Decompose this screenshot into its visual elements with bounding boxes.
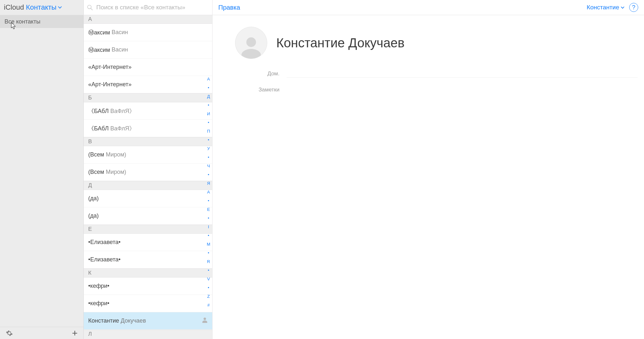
alpha-index-item[interactable]: И bbox=[207, 111, 210, 117]
contact-last: Миром) bbox=[106, 169, 126, 175]
alpha-index-item[interactable]: Я bbox=[207, 181, 210, 186]
contact-first: Константие bbox=[88, 317, 119, 324]
section-header: В bbox=[84, 137, 212, 146]
detail-field: Заметки bbox=[235, 87, 638, 94]
contact-first: «Арт-Интернет» bbox=[88, 81, 131, 88]
contact-first: (да) bbox=[88, 195, 99, 202]
alpha-index-item[interactable]: А bbox=[207, 76, 210, 82]
contact-row[interactable]: •Елизавета• bbox=[84, 251, 212, 268]
search-field[interactable]: Поиск в списке «Все контакты» bbox=[84, 0, 213, 15]
chevron-down-icon bbox=[620, 5, 625, 10]
contact-row[interactable]: КонстантиеДокучаев bbox=[84, 312, 212, 330]
brand-area: iCloud Контакты bbox=[0, 0, 84, 15]
alpha-index-item[interactable]: E bbox=[207, 207, 210, 212]
contact-list[interactable]: АⓂаксимВасинⓂаксимВасин«Арт-Интернет»«Ар… bbox=[84, 15, 212, 339]
contact-first: Ⓜаксим bbox=[88, 46, 110, 54]
alpha-index-item[interactable]: A bbox=[207, 189, 210, 195]
alpha-index-item[interactable]: V bbox=[207, 276, 210, 282]
app-switcher[interactable]: Контакты bbox=[26, 3, 62, 12]
contact-first: «Арт-Интернет» bbox=[88, 64, 131, 71]
contact-last: Миром) bbox=[106, 151, 126, 158]
contact-first: (да) bbox=[88, 212, 99, 219]
silhouette-icon bbox=[202, 317, 208, 325]
contact-first: 《БАбЛ bbox=[88, 125, 109, 132]
contact-row[interactable]: 《БАбЛВаФлЯ》 bbox=[84, 120, 212, 137]
contact-first: •Елизавета• bbox=[88, 256, 120, 263]
contact-row[interactable]: •кефри• bbox=[84, 278, 212, 295]
alpha-index-item[interactable]: • bbox=[208, 85, 209, 90]
alpha-index-item[interactable]: • bbox=[208, 250, 209, 256]
contact-row[interactable]: 《БАбЛВаФлЯ》 bbox=[84, 102, 212, 120]
contact-last: Васин bbox=[112, 46, 128, 53]
alpha-index-item[interactable]: • bbox=[208, 155, 209, 160]
svg-point-0 bbox=[88, 5, 91, 8]
contact-last: Васин bbox=[112, 29, 128, 36]
add-button[interactable]: + bbox=[72, 328, 78, 339]
alpha-index-item[interactable]: M bbox=[207, 241, 210, 247]
alpha-index-item[interactable]: # bbox=[207, 302, 210, 308]
alpha-index-item[interactable]: • bbox=[208, 102, 209, 108]
detail-toolbar: Правка Константие ? bbox=[213, 0, 644, 15]
alpha-index-item[interactable]: • bbox=[208, 268, 209, 273]
sidebar-group-item[interactable]: Все контакты bbox=[0, 15, 83, 28]
contact-detail: Константие Докучаев Дом.Заметки bbox=[213, 15, 644, 339]
chevron-down-icon bbox=[58, 5, 62, 10]
contact-first: 《БАбЛ bbox=[88, 107, 109, 115]
alpha-index-item[interactable]: Z bbox=[207, 294, 210, 299]
account-menu[interactable]: Константие bbox=[587, 4, 625, 11]
alpha-index-item[interactable]: R bbox=[207, 259, 210, 264]
contact-last: ВаФлЯ》 bbox=[110, 107, 135, 115]
sidebar: Все контакты + bbox=[0, 15, 84, 339]
section-header: К bbox=[84, 268, 212, 278]
contact-name: Константие Докучаев bbox=[276, 36, 404, 50]
detail-field: Дом. bbox=[235, 71, 638, 78]
settings-button[interactable] bbox=[6, 330, 13, 337]
section-header: Д bbox=[84, 181, 212, 190]
alpha-index-item[interactable]: Ч bbox=[207, 163, 210, 169]
section-header: Е bbox=[84, 225, 212, 234]
alpha-index[interactable]: А•Д•И•П•У•Ч•ЯA•E•I•M•R•V•Z# bbox=[207, 76, 210, 308]
sidebar-footer: + bbox=[0, 327, 83, 339]
contact-row[interactable]: (ВсемМиром) bbox=[84, 146, 212, 164]
contact-first: •кефри• bbox=[88, 283, 109, 289]
detail-field-value[interactable] bbox=[287, 71, 638, 78]
alpha-index-item[interactable]: Д bbox=[207, 94, 210, 99]
alpha-index-item[interactable]: • bbox=[208, 233, 209, 238]
help-button[interactable]: ? bbox=[629, 3, 638, 12]
contact-first: •кефри• bbox=[88, 300, 109, 307]
section-header: Б bbox=[84, 93, 212, 102]
alpha-index-item[interactable]: • bbox=[208, 198, 209, 203]
detail-field-label: Дом. bbox=[235, 71, 287, 77]
contact-row[interactable]: «Арт-Интернет» bbox=[84, 76, 212, 93]
alpha-index-item[interactable]: У bbox=[207, 146, 210, 151]
alpha-index-item[interactable]: • bbox=[208, 215, 209, 221]
contact-row[interactable]: «Арт-Интернет» bbox=[84, 59, 212, 76]
contact-row[interactable]: (ВсемМиром) bbox=[84, 164, 212, 181]
alpha-index-item[interactable]: I bbox=[208, 224, 209, 230]
contact-last: Докучаев bbox=[121, 317, 146, 324]
alpha-index-item[interactable]: • bbox=[208, 172, 209, 177]
search-icon bbox=[87, 5, 93, 11]
account-name: Константие bbox=[587, 4, 619, 11]
section-header: А bbox=[84, 15, 212, 24]
contact-first: •Елизавета• bbox=[88, 239, 120, 246]
contact-first: (Всем bbox=[88, 151, 104, 158]
app-switcher-label: Контакты bbox=[26, 3, 56, 12]
detail-field-value[interactable] bbox=[287, 87, 638, 94]
contact-last: ВаФлЯ》 bbox=[110, 125, 135, 132]
contact-row[interactable]: (да) bbox=[84, 207, 212, 225]
contact-row[interactable]: •кефри• bbox=[84, 295, 212, 312]
alpha-index-item[interactable]: • bbox=[208, 120, 209, 125]
alpha-index-item[interactable]: • bbox=[208, 137, 209, 143]
edit-button[interactable]: Правка bbox=[218, 4, 240, 11]
contact-row[interactable]: ⓂаксимВасин bbox=[84, 41, 212, 59]
contact-first: Ⓜаксим bbox=[88, 29, 110, 36]
avatar[interactable] bbox=[235, 27, 267, 59]
alpha-index-item[interactable]: П bbox=[207, 128, 210, 134]
contact-row[interactable]: ⓂаксимВасин bbox=[84, 24, 212, 41]
section-header: Л bbox=[84, 330, 212, 339]
contact-row[interactable]: (да) bbox=[84, 190, 212, 207]
alpha-index-item[interactable]: • bbox=[208, 285, 209, 290]
contact-row[interactable]: •Елизавета• bbox=[84, 234, 212, 251]
group-list: Все контакты bbox=[0, 15, 83, 327]
